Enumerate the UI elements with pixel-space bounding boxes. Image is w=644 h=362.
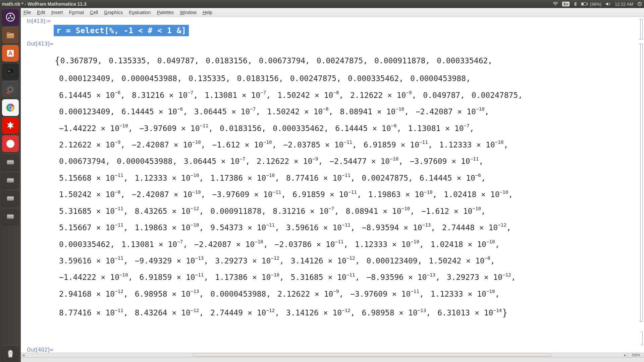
svg-point-33 [12, 217, 13, 218]
evince-icon[interactable] [2, 135, 19, 152]
menu-cell[interactable]: Cell [87, 9, 101, 16]
menu-insert[interactable]: Insert [49, 9, 66, 16]
scroll-track[interactable] [26, 353, 623, 357]
cell-bracket[interactable] [641, 19, 643, 40]
svg-rect-10 [7, 34, 13, 35]
svg-point-34 [8, 351, 13, 353]
keyboard-lang-indicator[interactable]: En [562, 2, 570, 6]
out402-label: Out[402]= [21, 347, 637, 353]
horizontal-scrollbar[interactable]: ◄ ► [21, 353, 628, 357]
trash-icon[interactable] [2, 345, 19, 362]
output-row: 2.94168 × 10−12, 6.98958 × 10−13, 0.0000… [54, 286, 625, 302]
output-row: 5.15668 × 10−11, 1.12333 × 10−10, 1.1738… [54, 170, 625, 186]
menu-palettes[interactable]: Palettes [154, 9, 177, 16]
svg-rect-9 [7, 32, 10, 34]
cell-bracket[interactable] [641, 332, 643, 345]
svg-text:>_: >_ [8, 69, 13, 73]
svg-point-16 [9, 88, 12, 91]
output-row: 0.000335462, 1.13081 × 10−7, −2.42087 × … [54, 236, 625, 253]
svg-rect-2 [582, 3, 584, 5]
cell-bracket-inner[interactable] [639, 44, 641, 322]
wifi-icon[interactable] [553, 2, 558, 6]
svg-point-5 [10, 15, 11, 16]
svg-point-30 [12, 199, 13, 200]
window-title: math.nb * - Wolfram Mathematica 11.3 [2, 1, 87, 7]
input-code-selected[interactable]: r = Select[%, -1 < # < 1 &] [54, 25, 189, 36]
scroll-thumb[interactable] [193, 353, 551, 357]
cell-bracket-gutter[interactable] [637, 17, 644, 353]
svg-text:A: A [8, 50, 13, 57]
output-row: 5.31685 × 10−11, 8.43265 × 10−12, 0.0009… [54, 203, 625, 220]
scroll-right-icon[interactable]: ► [623, 353, 628, 357]
menu-format[interactable]: Format [66, 9, 87, 16]
battery-percent: (36%) [590, 2, 601, 7]
svg-point-20 [9, 106, 12, 109]
menu-help[interactable]: Help [200, 9, 215, 16]
output-row: 0.000123409, 6.14445 × 10−6, 3.06445 × 1… [54, 104, 625, 120]
dash-icon[interactable] [2, 9, 19, 25]
out-label: Out[413]= [21, 41, 637, 47]
menubar: File Edit Insert Format Cell Graphics Ev… [0, 8, 644, 17]
unity-launcher: A>_ [0, 8, 21, 362]
output-row: {0.367879, 0.135335, 0.049787, 0.0183156… [54, 50, 625, 70]
scroll-left-icon[interactable]: ◄ [21, 353, 26, 357]
menu-edit[interactable]: Edit [35, 9, 48, 16]
svg-point-35 [9, 353, 10, 355]
output-row: 3.59616 × 10−11, −9.49329 × 10−13, 3.292… [54, 253, 625, 269]
cell-bracket-inner[interactable] [639, 19, 641, 40]
output-row: −1.44222 × 10−10, 6.91859 × 10−11, 1.173… [54, 269, 625, 286]
chrome-icon[interactable] [2, 99, 19, 116]
output-cell[interactable]: {0.367879, 0.135335, 0.049787, 0.0183156… [54, 50, 625, 323]
svg-point-27 [12, 181, 13, 182]
cell-bracket[interactable] [641, 44, 643, 322]
output-row: 8.77416 × 10−11, 8.43264 × 10−12, 2.7444… [54, 302, 625, 322]
output-row: 5.15667 × 10−11, 1.19863 × 10−10, 9.5437… [54, 220, 625, 236]
output-row: 1.50242 × 10−8, −2.42087 × 10−10, −3.976… [54, 186, 625, 203]
files-icon[interactable] [2, 27, 19, 44]
drive-icon-3[interactable] [2, 190, 19, 206]
drive-icon-1[interactable] [2, 154, 19, 170]
zoom-level[interactable]: 200% [628, 353, 644, 357]
output-row: 6.14445 × 10−6, 8.31216 × 10−7, 1.13081 … [54, 87, 625, 104]
statusbar [21, 357, 644, 362]
svg-point-37 [9, 355, 10, 356]
svg-point-21 [6, 140, 14, 148]
bluetooth-icon[interactable] [574, 2, 577, 6]
drive-icon-4[interactable] [2, 208, 19, 225]
drive-icon-2[interactable] [2, 172, 19, 188]
terminal-icon[interactable]: >_ [2, 63, 19, 80]
menu-graphics[interactable]: Graphics [101, 9, 125, 16]
menu-evaluation[interactable]: Evaluation [126, 9, 153, 16]
svg-point-36 [10, 354, 12, 356]
svg-rect-1 [587, 3, 588, 5]
window-titlebar: math.nb * - Wolfram Mathematica 11.3 En … [0, 0, 644, 8]
output-row: 2.12622 × 10−9, −2.42087 × 10−10, −1.612… [54, 137, 625, 153]
svg-point-24 [12, 163, 13, 164]
clock[interactable]: 12:22 AM [615, 2, 633, 7]
output-row: 0.00673794, 0.0000453988, 3.06445 × 10−7… [54, 153, 625, 170]
notebook-viewport[interactable]: In[413]:= r = Select[%, -1 < # < 1 &] Ou… [21, 17, 644, 353]
volume-icon[interactable] [605, 2, 611, 6]
battery-icon[interactable]: (36%) [581, 2, 601, 7]
output-row: −1.44222 × 10−10, −3.97609 × 10−11, 0.01… [54, 120, 625, 137]
menu-window[interactable]: Window [177, 9, 199, 16]
output-row: 0.000123409, 0.0000453988, 0.135335, 0.0… [54, 70, 625, 87]
menu-file[interactable]: File [21, 9, 34, 16]
settings-icon[interactable] [2, 81, 19, 98]
in-label: In[413]:= [21, 18, 637, 24]
input-cell[interactable]: r = Select[%, -1 < # < 1 &] [54, 26, 189, 35]
mathematica-icon[interactable] [2, 117, 19, 134]
software-center-icon[interactable]: A [2, 45, 19, 62]
power-icon[interactable] [637, 2, 642, 6]
